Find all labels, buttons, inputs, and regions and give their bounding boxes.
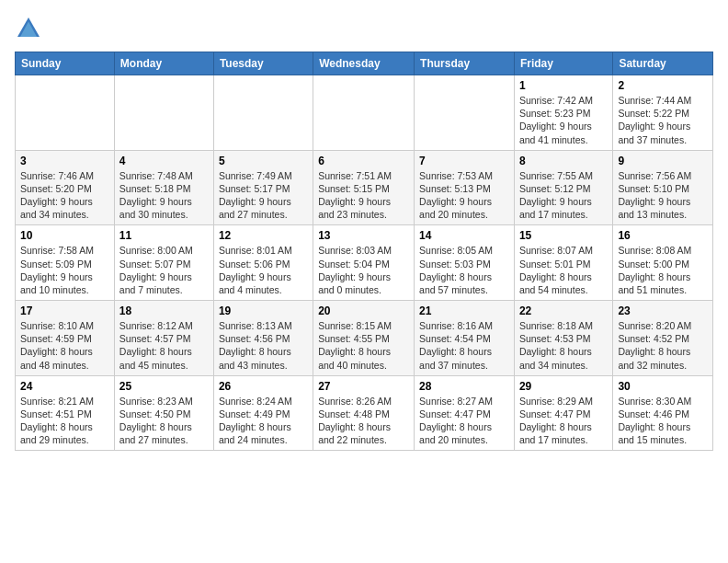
calendar-cell: 24Sunrise: 8:21 AMSunset: 4:51 PMDayligh… xyxy=(16,375,115,451)
calendar-cell: 2Sunrise: 7:44 AMSunset: 5:22 PMDaylight… xyxy=(613,75,713,151)
calendar-cell: 29Sunrise: 8:29 AMSunset: 4:47 PMDayligh… xyxy=(514,375,612,451)
day-info: Sunrise: 8:05 AMSunset: 5:03 PMDaylight:… xyxy=(419,244,509,296)
day-info: Sunrise: 8:23 AMSunset: 4:50 PMDaylight:… xyxy=(119,395,209,447)
calendar-cell: 22Sunrise: 8:18 AMSunset: 4:53 PMDayligh… xyxy=(514,301,612,376)
day-info: Sunrise: 7:49 AMSunset: 5:17 PMDaylight:… xyxy=(219,169,308,222)
day-number: 15 xyxy=(519,229,608,242)
calendar-cell: 3Sunrise: 7:46 AMSunset: 5:20 PMDaylight… xyxy=(16,150,115,225)
logo xyxy=(15,15,46,42)
calendar-cell: 30Sunrise: 8:30 AMSunset: 4:46 PMDayligh… xyxy=(613,375,713,451)
day-info: Sunrise: 8:24 AMSunset: 4:49 PMDaylight:… xyxy=(219,395,308,447)
day-info: Sunrise: 8:00 AMSunset: 5:07 PMDaylight:… xyxy=(119,244,209,296)
day-number: 16 xyxy=(618,229,708,242)
day-info: Sunrise: 8:29 AMSunset: 4:47 PMDaylight:… xyxy=(519,395,608,447)
calendar-week-1: 1Sunrise: 7:42 AMSunset: 5:23 PMDaylight… xyxy=(16,75,713,151)
day-number: 27 xyxy=(318,380,409,393)
calendar-cell: 11Sunrise: 8:00 AMSunset: 5:07 PMDayligh… xyxy=(114,225,213,301)
day-number: 2 xyxy=(618,79,708,92)
day-number: 12 xyxy=(219,229,308,242)
day-info: Sunrise: 8:03 AMSunset: 5:04 PMDaylight:… xyxy=(318,244,409,296)
day-number: 10 xyxy=(20,229,109,242)
day-info: Sunrise: 7:42 AMSunset: 5:23 PMDaylight:… xyxy=(519,94,608,146)
calendar-cell: 8Sunrise: 7:55 AMSunset: 5:12 PMDaylight… xyxy=(514,150,612,225)
day-number: 22 xyxy=(519,304,608,317)
calendar-cell: 10Sunrise: 7:58 AMSunset: 5:09 PMDayligh… xyxy=(16,225,115,301)
calendar-cell: 17Sunrise: 8:10 AMSunset: 4:59 PMDayligh… xyxy=(16,301,115,376)
calendar-week-3: 10Sunrise: 7:58 AMSunset: 5:09 PMDayligh… xyxy=(16,225,713,301)
calendar-header-row: SundayMondayTuesdayWednesdayThursdayFrid… xyxy=(16,52,713,75)
calendar-cell: 21Sunrise: 8:16 AMSunset: 4:54 PMDayligh… xyxy=(415,301,515,376)
day-info: Sunrise: 8:16 AMSunset: 4:54 PMDaylight:… xyxy=(419,319,509,372)
day-number: 19 xyxy=(219,304,308,317)
calendar-week-4: 17Sunrise: 8:10 AMSunset: 4:59 PMDayligh… xyxy=(16,301,713,376)
day-info: Sunrise: 8:30 AMSunset: 4:46 PMDaylight:… xyxy=(618,395,708,447)
day-info: Sunrise: 8:18 AMSunset: 4:53 PMDaylight:… xyxy=(519,319,608,372)
day-number: 3 xyxy=(20,155,109,167)
day-number: 20 xyxy=(318,304,409,317)
calendar-cell: 23Sunrise: 8:20 AMSunset: 4:52 PMDayligh… xyxy=(613,301,713,376)
day-number: 25 xyxy=(119,380,209,393)
day-info: Sunrise: 8:13 AMSunset: 4:56 PMDaylight:… xyxy=(219,319,308,372)
day-info: Sunrise: 7:44 AMSunset: 5:22 PMDaylight:… xyxy=(618,94,708,146)
day-info: Sunrise: 7:58 AMSunset: 5:09 PMDaylight:… xyxy=(20,244,109,296)
day-number: 9 xyxy=(618,155,708,167)
calendar-cell: 25Sunrise: 8:23 AMSunset: 4:50 PMDayligh… xyxy=(114,375,213,451)
calendar-cell xyxy=(213,75,313,151)
day-info: Sunrise: 7:56 AMSunset: 5:10 PMDaylight:… xyxy=(618,169,708,222)
day-info: Sunrise: 8:15 AMSunset: 4:55 PMDaylight:… xyxy=(318,319,409,372)
day-info: Sunrise: 8:01 AMSunset: 5:06 PMDaylight:… xyxy=(219,244,308,296)
day-number: 21 xyxy=(419,304,509,317)
day-number: 13 xyxy=(318,229,409,242)
calendar-week-2: 3Sunrise: 7:46 AMSunset: 5:20 PMDaylight… xyxy=(16,150,713,225)
calendar-cell: 26Sunrise: 8:24 AMSunset: 4:49 PMDayligh… xyxy=(213,375,313,451)
day-info: Sunrise: 8:08 AMSunset: 5:00 PMDaylight:… xyxy=(618,244,708,296)
day-number: 4 xyxy=(119,155,209,167)
day-number: 5 xyxy=(219,155,308,167)
calendar-cell: 6Sunrise: 7:51 AMSunset: 5:15 PMDaylight… xyxy=(313,150,415,225)
calendar-cell: 1Sunrise: 7:42 AMSunset: 5:23 PMDaylight… xyxy=(514,75,612,151)
calendar-cell: 27Sunrise: 8:26 AMSunset: 4:48 PMDayligh… xyxy=(313,375,415,451)
calendar-header-saturday: Saturday xyxy=(613,52,713,75)
calendar-table: SundayMondayTuesdayWednesdayThursdayFrid… xyxy=(15,52,713,451)
calendar-cell xyxy=(313,75,415,151)
day-number: 6 xyxy=(318,155,409,167)
calendar-cell: 18Sunrise: 8:12 AMSunset: 4:57 PMDayligh… xyxy=(114,301,213,376)
calendar-cell: 28Sunrise: 8:27 AMSunset: 4:47 PMDayligh… xyxy=(415,375,515,451)
calendar-cell: 4Sunrise: 7:48 AMSunset: 5:18 PMDaylight… xyxy=(114,150,213,225)
header xyxy=(15,15,713,42)
day-number: 7 xyxy=(419,155,509,167)
day-info: Sunrise: 7:55 AMSunset: 5:12 PMDaylight:… xyxy=(519,169,608,222)
day-number: 23 xyxy=(618,304,708,317)
day-info: Sunrise: 8:27 AMSunset: 4:47 PMDaylight:… xyxy=(419,395,509,447)
calendar-cell: 14Sunrise: 8:05 AMSunset: 5:03 PMDayligh… xyxy=(415,225,515,301)
logo-icon xyxy=(15,15,42,42)
day-number: 8 xyxy=(519,155,608,167)
calendar-cell: 20Sunrise: 8:15 AMSunset: 4:55 PMDayligh… xyxy=(313,301,415,376)
calendar-cell: 9Sunrise: 7:56 AMSunset: 5:10 PMDaylight… xyxy=(613,150,713,225)
calendar-cell: 15Sunrise: 8:07 AMSunset: 5:01 PMDayligh… xyxy=(514,225,612,301)
calendar-header-tuesday: Tuesday xyxy=(213,52,313,75)
day-info: Sunrise: 8:20 AMSunset: 4:52 PMDaylight:… xyxy=(618,319,708,372)
calendar-cell: 7Sunrise: 7:53 AMSunset: 5:13 PMDaylight… xyxy=(415,150,515,225)
calendar-cell: 12Sunrise: 8:01 AMSunset: 5:06 PMDayligh… xyxy=(213,225,313,301)
calendar-header-wednesday: Wednesday xyxy=(313,52,415,75)
day-number: 14 xyxy=(419,229,509,242)
calendar-cell: 5Sunrise: 7:49 AMSunset: 5:17 PMDaylight… xyxy=(213,150,313,225)
calendar-header-sunday: Sunday xyxy=(16,52,115,75)
calendar-header-monday: Monday xyxy=(114,52,213,75)
day-number: 1 xyxy=(519,79,608,92)
calendar-cell xyxy=(16,75,115,151)
day-number: 24 xyxy=(20,380,109,393)
day-number: 11 xyxy=(119,229,209,242)
calendar-header-thursday: Thursday xyxy=(415,52,515,75)
day-info: Sunrise: 7:53 AMSunset: 5:13 PMDaylight:… xyxy=(419,169,509,222)
calendar-week-5: 24Sunrise: 8:21 AMSunset: 4:51 PMDayligh… xyxy=(16,375,713,451)
day-info: Sunrise: 8:12 AMSunset: 4:57 PMDaylight:… xyxy=(119,319,209,372)
day-number: 29 xyxy=(519,380,608,393)
day-number: 30 xyxy=(618,380,708,393)
day-info: Sunrise: 8:07 AMSunset: 5:01 PMDaylight:… xyxy=(519,244,608,296)
calendar-cell: 19Sunrise: 8:13 AMSunset: 4:56 PMDayligh… xyxy=(213,301,313,376)
day-number: 28 xyxy=(419,380,509,393)
day-info: Sunrise: 7:51 AMSunset: 5:15 PMDaylight:… xyxy=(318,169,409,222)
day-number: 18 xyxy=(119,304,209,317)
